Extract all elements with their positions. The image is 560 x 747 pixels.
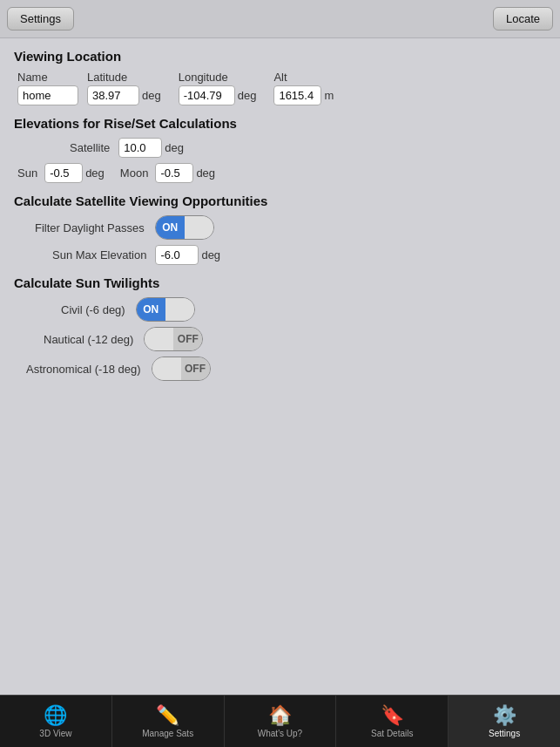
nautical-toggle-left <box>145 328 173 350</box>
3d-view-label: 3D View <box>39 729 71 738</box>
satellite-input[interactable] <box>118 138 162 158</box>
sun-max-elev-input[interactable] <box>155 245 199 265</box>
moon-input[interactable] <box>155 163 193 183</box>
alt-unit: m <box>324 89 334 102</box>
elevations-title: Elevations for Rise/Set Calculations <box>14 116 546 131</box>
latitude-unit: deg <box>142 89 161 102</box>
alt-input[interactable] <box>273 85 321 105</box>
civil-toggle-off-side <box>165 298 194 321</box>
longitude-label: Longitude <box>179 71 266 84</box>
tab-bar: 🌐 3D View ✏️ Manage Sats 🏠 What's Up? 🔖 … <box>0 695 560 747</box>
3d-view-icon: 🌐 <box>44 704 67 727</box>
satellite-unit: deg <box>165 141 184 154</box>
moon-unit: deg <box>196 166 215 180</box>
settings-tab-icon: ⚙️ <box>493 704 516 727</box>
toggle-on-label: ON <box>156 216 185 239</box>
sun-twilights-section: Calculate Sun Twilights Civil (-6 deg) O… <box>14 275 546 381</box>
sat-details-label: Sat Details <box>371 729 413 738</box>
astronomical-twilight-row: Astronomical (-18 deg) OFF <box>14 357 546 381</box>
tab-settings[interactable]: ⚙️ Settings <box>449 696 560 747</box>
astronomical-label: Astronomical (-18 deg) <box>26 363 141 376</box>
astronomical-toggle-off-label: OFF <box>181 357 210 380</box>
main-content: Viewing Location Name Latitude deg Longi… <box>0 38 560 695</box>
longitude-field-group: Longitude deg <box>179 71 266 105</box>
locate-button[interactable]: Locate <box>493 7 553 31</box>
latitude-field-group: Latitude deg <box>87 71 170 105</box>
alt-label: Alt <box>273 71 342 84</box>
name-input[interactable] <box>17 85 78 105</box>
manage-sats-icon: ✏️ <box>156 704 179 727</box>
settings-button[interactable]: Settings <box>7 7 74 31</box>
sun-label: Sun <box>17 166 37 180</box>
nautical-twilight-row: Nautical (-12 deg) OFF <box>14 327 546 351</box>
nautical-toggle[interactable]: OFF <box>144 327 203 351</box>
nautical-label: Nautical (-12 deg) <box>44 333 133 346</box>
tab-whats-up[interactable]: 🏠 What's Up? <box>225 696 337 747</box>
satellite-elev-row: Satellite deg <box>14 138 546 158</box>
latitude-input[interactable] <box>87 85 139 105</box>
location-fields-row: Name Latitude deg Longitude deg <box>14 71 546 105</box>
viewing-location-title: Viewing Location <box>14 49 546 64</box>
settings-tab-label: Settings <box>489 729 520 738</box>
civil-label: Civil (-6 deg) <box>61 303 125 316</box>
sun-moon-elev-row: Sun deg Moon deg <box>14 163 546 183</box>
sun-unit: deg <box>85 166 105 180</box>
tab-3d-view[interactable]: 🌐 3D View <box>0 696 112 747</box>
elevations-section: Elevations for Rise/Set Calculations Sat… <box>14 116 546 183</box>
name-label: Name <box>17 71 78 84</box>
satellite-viewing-title: Calculate Satellite Viewing Opportunitie… <box>14 194 546 208</box>
sun-input[interactable] <box>44 163 83 183</box>
longitude-input[interactable] <box>179 85 235 105</box>
toggle-off-side <box>185 216 213 239</box>
sun-max-elev-label: Sun Max Elevation <box>52 248 146 261</box>
civil-toggle-on: ON <box>137 298 165 321</box>
civil-toggle[interactable]: ON <box>136 297 195 322</box>
whats-up-label: What's Up? <box>258 729 302 738</box>
nautical-toggle-off-label: OFF <box>173 328 202 350</box>
tab-manage-sats[interactable]: ✏️ Manage Sats <box>112 696 225 747</box>
moon-label: Moon <box>120 166 149 180</box>
astronomical-toggle-left <box>152 357 181 380</box>
sat-details-icon: 🔖 <box>381 704 404 727</box>
manage-sats-label: Manage Sats <box>142 729 193 738</box>
filter-daylight-row: Filter Daylight Passes ON <box>14 215 546 240</box>
top-bar: Settings Locate <box>0 0 560 38</box>
satellite-viewing-section: Calculate Satellite Viewing Opportunitie… <box>14 194 546 265</box>
sun-max-elev-unit: deg <box>201 248 220 261</box>
viewing-location-section: Viewing Location Name Latitude deg Longi… <box>14 49 546 105</box>
sun-max-elevation-row: Sun Max Elevation deg <box>14 245 546 265</box>
satellite-label: Satellite <box>70 141 110 154</box>
civil-twilight-row: Civil (-6 deg) ON <box>14 297 546 322</box>
longitude-unit: deg <box>238 89 257 102</box>
latitude-label: Latitude <box>87 71 170 84</box>
sun-twilights-title: Calculate Sun Twilights <box>14 275 546 290</box>
tab-sat-details[interactable]: 🔖 Sat Details <box>336 696 449 747</box>
astronomical-toggle[interactable]: OFF <box>152 357 211 381</box>
name-field-group: Name <box>17 71 78 105</box>
filter-daylight-label: Filter Daylight Passes <box>35 221 145 234</box>
filter-daylight-toggle[interactable]: ON <box>155 215 214 240</box>
alt-field-group: Alt m <box>273 71 342 105</box>
whats-up-icon: 🏠 <box>268 704 292 727</box>
